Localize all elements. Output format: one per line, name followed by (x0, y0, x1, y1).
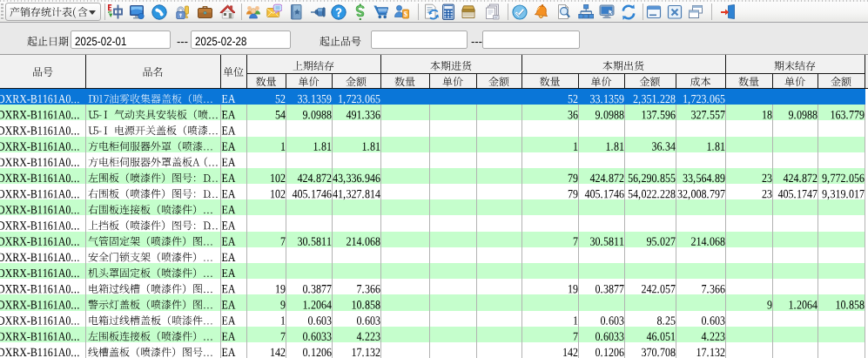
svg-text:$: $ (404, 10, 408, 18)
